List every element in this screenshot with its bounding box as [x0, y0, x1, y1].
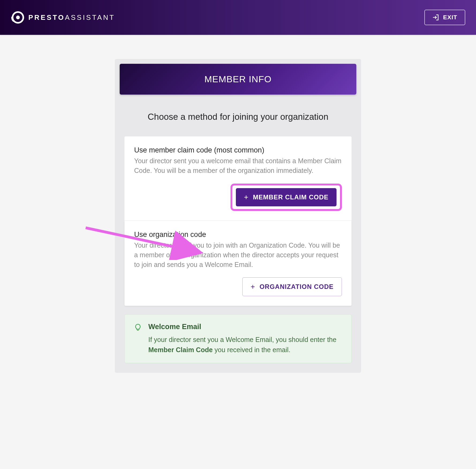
- plus-icon: +: [244, 193, 248, 201]
- option-title: Use member claim code (most common): [134, 146, 342, 154]
- main-content: MEMBER INFO Choose a method for joining …: [0, 35, 476, 389]
- logo: PRESTOASSISTANT: [11, 10, 115, 25]
- button-row: + ORGANIZATION CODE: [134, 277, 342, 296]
- logo-text: PRESTOASSISTANT: [28, 13, 115, 22]
- exit-icon: [432, 14, 439, 21]
- tip-content: Welcome Email If your director sent you …: [148, 323, 342, 355]
- svg-point-1: [16, 16, 20, 19]
- option-description: Your director asked you to join with an …: [134, 240, 342, 270]
- member-claim-code-button[interactable]: + MEMBER CLAIM CODE: [236, 188, 337, 206]
- button-row: + MEMBER CLAIM CODE: [134, 184, 342, 211]
- exit-button[interactable]: EXIT: [424, 10, 465, 25]
- tip-title: Welcome Email: [148, 323, 342, 331]
- card-header: MEMBER INFO: [120, 64, 356, 95]
- lightbulb-icon: [134, 323, 142, 331]
- presto-logo-icon: [11, 10, 25, 25]
- card-subtitle: Choose a method for joining your organiz…: [120, 95, 356, 136]
- option-title: Use organization code: [134, 230, 342, 239]
- plus-icon: +: [251, 283, 255, 291]
- option-member-claim-code: Use member claim code (most common) Your…: [124, 136, 352, 221]
- option-organization-code: Use organization code Your director aske…: [124, 221, 352, 306]
- tip-text: If your director sent you a Welcome Emai…: [148, 335, 342, 355]
- annotation-highlight-box: + MEMBER CLAIM CODE: [231, 184, 342, 211]
- organization-code-button[interactable]: + ORGANIZATION CODE: [242, 277, 342, 296]
- welcome-email-tip: Welcome Email If your director sent you …: [124, 314, 352, 363]
- member-info-card: MEMBER INFO Choose a method for joining …: [115, 59, 361, 373]
- option-description: Your director sent you a welcome email t…: [134, 156, 342, 176]
- card-title: MEMBER INFO: [130, 74, 346, 84]
- app-header: PRESTOASSISTANT EXIT: [0, 0, 476, 35]
